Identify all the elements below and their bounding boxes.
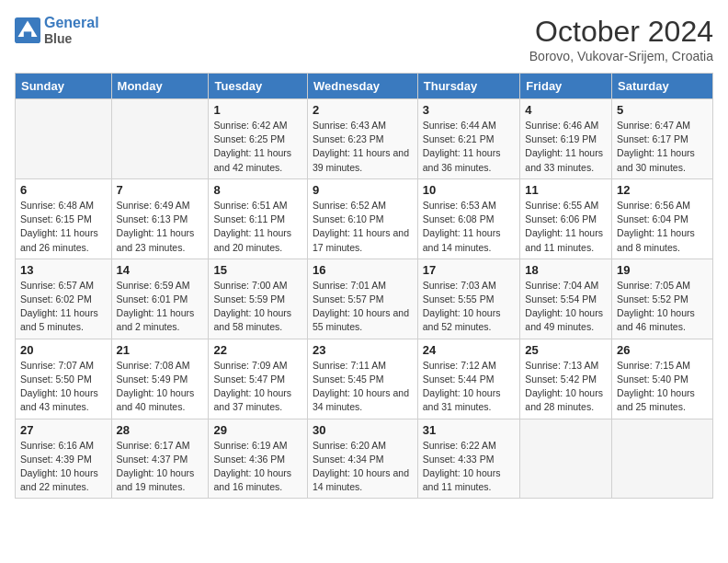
day-info: Sunrise: 6:42 AMSunset: 6:25 PMDaylight:…	[213, 119, 302, 175]
day-info: Sunrise: 7:13 AMSunset: 5:42 PMDaylight:…	[525, 359, 607, 415]
day-number: 23	[313, 343, 413, 357]
logo-icon	[15, 17, 40, 43]
calendar-cell: 23Sunrise: 7:11 AMSunset: 5:45 PMDayligh…	[307, 339, 417, 419]
day-number: 8	[213, 183, 302, 197]
header-row: SundayMondayTuesdayWednesdayThursdayFrid…	[16, 74, 713, 99]
day-number: 30	[313, 423, 413, 437]
logo-text: General Blue	[44, 15, 99, 46]
calendar-week-row: 1Sunrise: 6:42 AMSunset: 6:25 PMDaylight…	[16, 99, 713, 179]
weekday-header: Friday	[520, 74, 612, 99]
logo: General Blue	[15, 15, 99, 46]
calendar-cell: 28Sunrise: 6:17 AMSunset: 4:37 PMDayligh…	[111, 419, 209, 499]
weekday-header: Thursday	[417, 74, 520, 99]
calendar-cell: 6Sunrise: 6:48 AMSunset: 6:15 PMDaylight…	[16, 178, 112, 259]
calendar-cell: 10Sunrise: 6:53 AMSunset: 6:08 PMDayligh…	[417, 178, 520, 259]
day-info: Sunrise: 7:12 AMSunset: 5:44 PMDaylight:…	[423, 359, 516, 415]
day-info: Sunrise: 6:57 AMSunset: 6:02 PMDaylight:…	[20, 279, 107, 335]
day-info: Sunrise: 6:53 AMSunset: 6:08 PMDaylight:…	[423, 199, 516, 255]
weekday-header: Saturday	[612, 74, 713, 99]
calendar-cell: 31Sunrise: 6:22 AMSunset: 4:33 PMDayligh…	[417, 419, 520, 499]
day-info: Sunrise: 6:16 AMSunset: 4:39 PMDaylight:…	[20, 439, 107, 495]
calendar-week-row: 27Sunrise: 6:16 AMSunset: 4:39 PMDayligh…	[16, 419, 713, 499]
day-number: 16	[313, 263, 413, 277]
day-number: 3	[423, 103, 516, 117]
day-info: Sunrise: 7:08 AMSunset: 5:49 PMDaylight:…	[117, 359, 204, 415]
calendar-cell	[111, 99, 209, 179]
calendar-cell: 17Sunrise: 7:03 AMSunset: 5:55 PMDayligh…	[417, 259, 520, 339]
day-number: 26	[617, 343, 708, 357]
calendar-week-row: 6Sunrise: 6:48 AMSunset: 6:15 PMDaylight…	[16, 178, 713, 259]
calendar-cell: 2Sunrise: 6:43 AMSunset: 6:23 PMDaylight…	[307, 99, 417, 179]
calendar-cell: 27Sunrise: 6:16 AMSunset: 4:39 PMDayligh…	[16, 419, 112, 499]
calendar-cell: 5Sunrise: 6:47 AMSunset: 6:17 PMDaylight…	[612, 99, 713, 179]
day-info: Sunrise: 7:07 AMSunset: 5:50 PMDaylight:…	[20, 359, 107, 415]
calendar-cell: 15Sunrise: 7:00 AMSunset: 5:59 PMDayligh…	[209, 259, 308, 339]
calendar-cell: 8Sunrise: 6:51 AMSunset: 6:11 PMDaylight…	[209, 178, 308, 259]
calendar-week-row: 13Sunrise: 6:57 AMSunset: 6:02 PMDayligh…	[16, 259, 713, 339]
calendar-cell: 20Sunrise: 7:07 AMSunset: 5:50 PMDayligh…	[16, 339, 112, 419]
calendar-cell: 19Sunrise: 7:05 AMSunset: 5:52 PMDayligh…	[612, 259, 713, 339]
month-title: October 2024	[529, 15, 713, 49]
day-number: 7	[117, 183, 204, 197]
calendar-cell: 25Sunrise: 7:13 AMSunset: 5:42 PMDayligh…	[520, 339, 612, 419]
day-info: Sunrise: 7:00 AMSunset: 5:59 PMDaylight:…	[213, 279, 302, 335]
weekday-header: Tuesday	[209, 74, 308, 99]
day-info: Sunrise: 7:05 AMSunset: 5:52 PMDaylight:…	[617, 279, 708, 335]
day-number: 27	[20, 423, 107, 437]
weekday-header: Monday	[111, 74, 209, 99]
day-number: 11	[525, 183, 607, 197]
day-number: 25	[525, 343, 607, 357]
day-number: 13	[20, 263, 107, 277]
day-number: 29	[213, 423, 302, 437]
day-info: Sunrise: 6:51 AMSunset: 6:11 PMDaylight:…	[213, 199, 302, 255]
day-number: 14	[117, 263, 204, 277]
calendar-cell: 11Sunrise: 6:55 AMSunset: 6:06 PMDayligh…	[520, 178, 612, 259]
day-info: Sunrise: 6:22 AMSunset: 4:33 PMDaylight:…	[423, 439, 516, 495]
day-info: Sunrise: 7:09 AMSunset: 5:47 PMDaylight:…	[213, 359, 302, 415]
calendar-cell: 24Sunrise: 7:12 AMSunset: 5:44 PMDayligh…	[417, 339, 520, 419]
day-number: 24	[423, 343, 516, 357]
day-number: 15	[213, 263, 302, 277]
calendar-cell	[520, 419, 612, 499]
page-header: General Blue October 2024 Borovo, Vukova…	[15, 15, 713, 63]
location-text: Borovo, Vukovar-Srijem, Croatia	[529, 49, 713, 63]
day-number: 1	[213, 103, 302, 117]
day-info: Sunrise: 6:49 AMSunset: 6:13 PMDaylight:…	[117, 199, 204, 255]
day-info: Sunrise: 6:59 AMSunset: 6:01 PMDaylight:…	[117, 279, 204, 335]
day-number: 31	[423, 423, 516, 437]
day-info: Sunrise: 6:43 AMSunset: 6:23 PMDaylight:…	[313, 119, 413, 175]
calendar-cell: 26Sunrise: 7:15 AMSunset: 5:40 PMDayligh…	[612, 339, 713, 419]
day-info: Sunrise: 6:52 AMSunset: 6:10 PMDaylight:…	[313, 199, 413, 255]
calendar-week-row: 20Sunrise: 7:07 AMSunset: 5:50 PMDayligh…	[16, 339, 713, 419]
day-number: 20	[20, 343, 107, 357]
calendar-cell	[16, 99, 112, 179]
calendar-cell: 13Sunrise: 6:57 AMSunset: 6:02 PMDayligh…	[16, 259, 112, 339]
weekday-header: Wednesday	[307, 74, 417, 99]
day-number: 19	[617, 263, 708, 277]
day-info: Sunrise: 6:55 AMSunset: 6:06 PMDaylight:…	[525, 199, 607, 255]
day-number: 10	[423, 183, 516, 197]
day-number: 5	[617, 103, 708, 117]
calendar-cell: 12Sunrise: 6:56 AMSunset: 6:04 PMDayligh…	[612, 178, 713, 259]
day-number: 21	[117, 343, 204, 357]
day-info: Sunrise: 7:11 AMSunset: 5:45 PMDaylight:…	[313, 359, 413, 415]
day-number: 12	[617, 183, 708, 197]
day-number: 18	[525, 263, 607, 277]
day-info: Sunrise: 7:04 AMSunset: 5:54 PMDaylight:…	[525, 279, 607, 335]
day-number: 9	[313, 183, 413, 197]
calendar-table: SundayMondayTuesdayWednesdayThursdayFrid…	[15, 73, 713, 499]
calendar-cell: 22Sunrise: 7:09 AMSunset: 5:47 PMDayligh…	[209, 339, 308, 419]
calendar-cell: 7Sunrise: 6:49 AMSunset: 6:13 PMDaylight…	[111, 178, 209, 259]
calendar-cell: 4Sunrise: 6:46 AMSunset: 6:19 PMDaylight…	[520, 99, 612, 179]
day-info: Sunrise: 6:48 AMSunset: 6:15 PMDaylight:…	[20, 199, 107, 255]
calendar-cell: 14Sunrise: 6:59 AMSunset: 6:01 PMDayligh…	[111, 259, 209, 339]
day-number: 2	[313, 103, 413, 117]
day-info: Sunrise: 6:47 AMSunset: 6:17 PMDaylight:…	[617, 119, 708, 175]
day-number: 6	[20, 183, 107, 197]
title-block: October 2024 Borovo, Vukovar-Srijem, Cro…	[529, 15, 713, 63]
calendar-cell: 1Sunrise: 6:42 AMSunset: 6:25 PMDaylight…	[209, 99, 308, 179]
day-number: 28	[117, 423, 204, 437]
day-info: Sunrise: 6:44 AMSunset: 6:21 PMDaylight:…	[423, 119, 516, 175]
day-number: 22	[213, 343, 302, 357]
calendar-cell: 3Sunrise: 6:44 AMSunset: 6:21 PMDaylight…	[417, 99, 520, 179]
